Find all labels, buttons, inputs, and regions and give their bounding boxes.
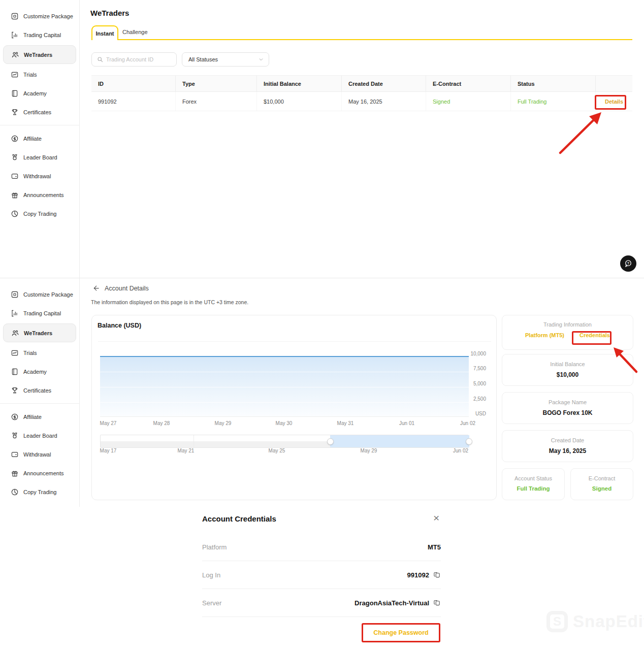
sidebar-item-announcements[interactable]: Announcements <box>0 464 79 482</box>
details-link[interactable]: Details <box>595 92 632 111</box>
sidebar-item-label: Affiliate <box>23 414 42 420</box>
announcements-icon <box>11 191 19 199</box>
snapedit-watermark: S SnapEdit <box>546 611 644 632</box>
copytrading-icon <box>11 488 19 496</box>
brush-gridline <box>194 435 194 447</box>
e-contract-value: Signed <box>571 485 633 492</box>
x-axis-tick: May 27 <box>100 420 117 426</box>
withdrawal-icon <box>11 450 19 459</box>
breadcrumb: Account Details <box>92 284 149 292</box>
sidebar-item-leader-board[interactable]: Leader Board <box>0 148 79 167</box>
back-arrow-icon[interactable] <box>92 284 100 292</box>
server-value: DragonAsiaTech-Virtual <box>355 599 429 607</box>
col-e-contract: E-Contract <box>426 76 510 91</box>
search-box[interactable] <box>91 52 177 67</box>
sidebar-item-label: Customize Package <box>23 13 73 19</box>
chart-gridline <box>100 372 469 372</box>
e-contract-card: E-Contract Signed <box>570 468 633 500</box>
sidebar-item-leader-board[interactable]: Leader Board <box>0 426 79 445</box>
sidebar-item-trading-capital[interactable]: Trading Capital <box>0 304 79 322</box>
created-date-label: Created Date <box>502 437 633 443</box>
sidebar-item-label: Withdrawal <box>23 173 51 179</box>
sidebar-item-wetraders[interactable]: WeTraders <box>3 45 76 64</box>
sidebar-top: Customize PackageTrading CapitalWeTrader… <box>0 0 80 278</box>
academy-icon <box>11 89 19 98</box>
chevron-down-icon <box>259 57 264 62</box>
copy-icon[interactable] <box>433 571 441 579</box>
sidebar-item-label: Copy Trading <box>23 489 56 495</box>
brush-selection[interactable] <box>330 435 469 447</box>
sidebar-item-copy-trading[interactable]: Copy Trading <box>0 482 79 501</box>
server-row: Server DragonAsiaTech-Virtual <box>202 590 441 617</box>
search-icon <box>97 56 103 62</box>
sidebar-item-label: Withdrawal <box>23 451 51 458</box>
created-date-value: May 16, 2025 <box>502 447 633 454</box>
brush-axis-tick: Jun 02 <box>453 448 468 453</box>
change-password-button[interactable]: Change Password <box>363 624 439 641</box>
table-header-row: ID Type Initial Balance Created Date E-C… <box>91 75 632 92</box>
cell-status: Full Trading <box>510 92 595 111</box>
status-filter-select[interactable]: All Statuses <box>182 52 269 67</box>
sidebar-item-label: Certificates <box>23 387 51 394</box>
copy-icon[interactable] <box>433 599 441 607</box>
sidebar-item-label: Affiliate <box>23 136 42 142</box>
y-axis-tick: 5,000 <box>473 381 486 386</box>
login-label: Log In <box>202 571 220 579</box>
cell-type: Forex <box>175 92 256 111</box>
sidebar-item-affiliate[interactable]: Affiliate <box>0 407 79 426</box>
x-axis-tick: Jun 01 <box>399 420 414 426</box>
account-status-label: Account Status <box>502 475 564 481</box>
col-type: Type <box>175 76 256 91</box>
sidebar-item-trials[interactable]: Trials <box>0 343 79 362</box>
sidebar-item-copy-trading[interactable]: Copy Trading <box>0 204 79 223</box>
sidebar-divider <box>0 403 79 404</box>
academy-icon <box>11 368 19 376</box>
close-icon[interactable]: × <box>433 512 439 524</box>
col-status: Status <box>510 76 595 91</box>
sidebar-item-affiliate[interactable]: Affiliate <box>0 129 79 148</box>
balance-chart-card: Balance (USD) 10,0007,5005,0002,500USDMa… <box>91 315 497 500</box>
sidebar-item-academy[interactable]: Academy <box>0 84 79 103</box>
sidebar-item-academy[interactable]: Academy <box>0 362 79 381</box>
sidebar-item-certificates[interactable]: Certificates <box>0 103 79 121</box>
credentials-button[interactable]: Credentials <box>579 332 610 338</box>
sidebar-item-withdrawal[interactable]: Withdrawal <box>0 167 79 185</box>
tab-challenge[interactable]: Challenge <box>122 29 148 35</box>
sidebar-item-trading-capital[interactable]: Trading Capital <box>0 25 79 44</box>
cell-id: 991092 <box>91 92 175 111</box>
tab-instant[interactable]: Instant <box>91 25 118 40</box>
initial-balance-value: $10,000 <box>502 371 633 378</box>
account-status-value: Full Trading <box>502 485 564 492</box>
tab-underline <box>91 39 632 40</box>
platform-mt5-button[interactable]: Platform (MT5) <box>525 332 564 338</box>
cell-initial-balance: $10,000 <box>256 92 341 111</box>
page: Customize PackageTrading CapitalWeTrader… <box>0 0 644 650</box>
e-contract-label: E-Contract <box>571 475 633 481</box>
sidebar-item-announcements[interactable]: Announcements <box>0 185 79 204</box>
withdrawal-icon <box>11 172 19 180</box>
y-axis-tick: 2,500 <box>473 396 486 402</box>
brush-handle-right[interactable] <box>466 438 472 445</box>
sidebar-item-label: Academy <box>23 369 47 375</box>
sidebar-item-withdrawal[interactable]: Withdrawal <box>0 445 79 464</box>
sidebar-item-wetraders[interactable]: WeTraders <box>3 323 76 342</box>
sidebar-item-certificates[interactable]: Certificates <box>0 381 79 400</box>
platform-row: Platform MT5 <box>202 534 441 561</box>
col-created-date: Created Date <box>341 76 426 91</box>
search-input[interactable] <box>106 56 167 62</box>
x-axis-tick: May 31 <box>337 420 354 426</box>
sidebar-item-label: Customize Package <box>23 291 73 298</box>
chart-range-slider[interactable] <box>100 435 469 448</box>
col-actions <box>595 76 632 91</box>
svg-text:?: ? <box>627 262 629 266</box>
sidebar-item-label: Announcements <box>23 192 64 198</box>
package-icon <box>11 12 19 20</box>
sidebar-item-trials[interactable]: Trials <box>0 65 79 84</box>
sidebar-item-customize-package[interactable]: Customize Package <box>0 285 79 304</box>
brush-handle-left[interactable] <box>327 438 334 445</box>
sidebar-item-customize-package[interactable]: Customize Package <box>0 7 79 25</box>
affiliate-icon <box>11 413 19 421</box>
initial-balance-card: Initial Balance $10,000 <box>502 354 633 386</box>
support-chat-button[interactable]: ? <box>620 255 636 272</box>
platform-value: MT5 <box>428 543 441 551</box>
